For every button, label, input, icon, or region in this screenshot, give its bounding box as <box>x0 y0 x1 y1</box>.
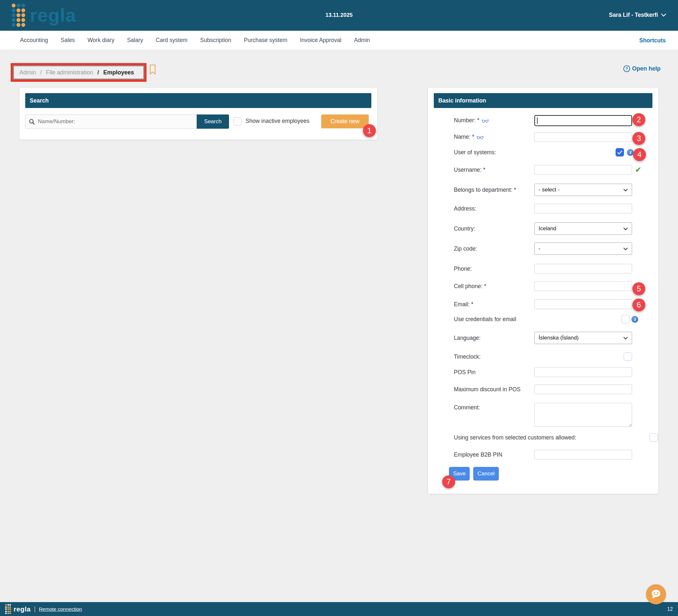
nav-item-purchase-system[interactable]: Purchase system <box>244 37 287 44</box>
b2b-pin-input[interactable] <box>534 450 632 460</box>
annotation-badge-3: 3 <box>632 132 645 145</box>
breadcrumb-file-administration[interactable]: File administration <box>46 69 93 76</box>
form-actions: Save Cancel <box>428 467 658 480</box>
chevron-down-icon <box>623 247 628 250</box>
max-discount-input[interactable] <box>534 384 632 394</box>
annotation-badge-4: 4 <box>633 148 646 161</box>
main-nav: Accounting Sales Work diary Salary Card … <box>0 31 678 50</box>
form-row-number: Number: * <box>454 115 648 126</box>
nav-item-subscription[interactable]: Subscription <box>200 37 231 44</box>
country-select[interactable]: Iceland <box>534 223 632 235</box>
show-inactive-checkbox[interactable] <box>233 117 241 125</box>
form-row-address: Address: <box>454 204 648 214</box>
zip-label: Zip code: <box>454 245 534 252</box>
annotation-badge-2: 2 <box>632 113 645 126</box>
nav-item-salary[interactable]: Salary <box>127 37 143 44</box>
form-row-max-discount: Maximum discount in POS <box>454 384 648 394</box>
logo-text: regla <box>30 4 76 27</box>
form-row-language: Language: Íslenska (Ísland) <box>454 332 648 344</box>
username-input[interactable] <box>534 165 632 175</box>
name-input[interactable] <box>534 132 632 142</box>
timeclock-label: Timeclock: <box>454 353 534 360</box>
country-label: Country: <box>454 225 534 232</box>
search-panel-header: Search <box>25 93 371 108</box>
regla-logo[interactable]: regla <box>12 4 76 27</box>
breadcrumb-employees: Employees <box>103 69 134 76</box>
basic-information-header: Basic information <box>434 93 652 108</box>
number-label: Number: * <box>454 117 534 124</box>
regla-logo-dots-icon <box>12 4 25 27</box>
breadcrumb-separator: / <box>98 69 99 76</box>
cell-phone-input[interactable] <box>534 281 632 291</box>
breadcrumb-admin[interactable]: Admin <box>20 69 36 76</box>
form-row-zip: Zip code: - <box>454 242 648 255</box>
phone-input[interactable] <box>534 264 632 274</box>
annotation-badge-1: 1 <box>363 124 376 137</box>
nav-item-admin[interactable]: Admin <box>354 37 370 44</box>
chat-support-button[interactable] <box>646 584 666 604</box>
glasses-icon <box>477 134 484 141</box>
basic-information-panel: Basic information Number: * Name: * User… <box>428 88 658 494</box>
pos-pin-label: POS Pin <box>454 369 534 376</box>
form-row-pos-pin: POS Pin <box>454 367 648 377</box>
nav-item-card-system[interactable]: Card system <box>156 37 187 44</box>
form-row-timeclock: Timeclock: <box>454 352 648 361</box>
create-new-button[interactable]: Create new <box>321 114 369 128</box>
info-icon[interactable]: i <box>631 316 638 323</box>
form-row-email: Email: * <box>454 300 648 309</box>
footer-separator: | <box>34 605 36 613</box>
search-input-group: Search <box>25 114 229 129</box>
language-label: Language: <box>454 335 534 342</box>
top-header: regla 13.11.2025 Sara Líf - Testkerfi <box>0 0 678 31</box>
timeclock-checkbox[interactable] <box>624 352 632 361</box>
address-input[interactable] <box>534 204 632 214</box>
pos-pin-input[interactable] <box>534 367 632 377</box>
language-select[interactable]: Íslenska (Ísland) <box>534 332 632 344</box>
nav-item-sales[interactable]: Sales <box>61 37 75 44</box>
bookmark-icon[interactable] <box>148 64 157 76</box>
comment-textarea[interactable] <box>534 403 632 427</box>
nav-item-accounting[interactable]: Accounting <box>20 37 48 44</box>
breadcrumb-annotation-box: Admin / File administration / Employees <box>11 63 147 82</box>
use-credentials-checkbox[interactable] <box>621 315 630 323</box>
user-menu[interactable]: Sara Líf - Testkerfi <box>609 12 666 18</box>
open-help-label: Open help <box>632 65 661 72</box>
services-allowed-checkbox[interactable] <box>649 433 658 442</box>
chevron-down-icon <box>661 13 666 17</box>
shortcuts-link[interactable]: Shortcuts <box>639 31 666 50</box>
nav-item-invoice-approval[interactable]: Invoice Approval <box>300 37 341 44</box>
cell-phone-label: Cell phone: * <box>454 283 534 290</box>
email-input[interactable] <box>534 300 632 309</box>
max-discount-label: Maximum discount in POS <box>454 386 534 393</box>
search-input[interactable] <box>25 114 197 129</box>
question-mark-icon: ? <box>623 65 630 72</box>
department-label: Belongs to department: * <box>454 187 534 193</box>
chevron-down-icon <box>623 189 628 191</box>
glasses-icon <box>482 118 489 124</box>
user-of-systems-checkbox[interactable] <box>615 148 624 156</box>
zip-select[interactable]: - <box>534 242 632 255</box>
form-row-use-credentials: Use credentials for email i <box>454 315 648 323</box>
user-of-systems-label: User of systems: <box>454 149 534 156</box>
annotation-badge-6: 6 <box>632 299 645 311</box>
open-help-link[interactable]: ? Open help <box>623 65 661 72</box>
form-row-b2b-pin: Employee B2B PIN <box>454 450 648 460</box>
number-input[interactable] <box>534 115 632 126</box>
nav-item-work-diary[interactable]: Work diary <box>87 37 114 44</box>
chat-smiley-icon <box>650 589 662 600</box>
search-button[interactable]: Search <box>197 114 229 129</box>
info-icon[interactable]: i <box>627 149 634 156</box>
search-icon <box>29 119 35 126</box>
phone-label: Phone: <box>454 266 534 272</box>
department-select[interactable]: - select - <box>534 184 632 196</box>
footer-logo-text: regla <box>13 605 31 613</box>
address-label: Address: <box>454 205 534 212</box>
text-caret <box>537 117 538 124</box>
user-menu-label: Sara Líf - Testkerfi <box>609 12 658 18</box>
form-row-department: Belongs to department: * - select - <box>454 184 648 196</box>
form-row-name: Name: * <box>454 132 648 142</box>
form-row-user-of-systems: User of systems: i <box>454 148 648 156</box>
b2b-pin-label: Employee B2B PIN <box>454 452 534 458</box>
remote-connection-link[interactable]: Remote connection <box>39 606 82 612</box>
cancel-button[interactable]: Cancel <box>473 467 499 480</box>
